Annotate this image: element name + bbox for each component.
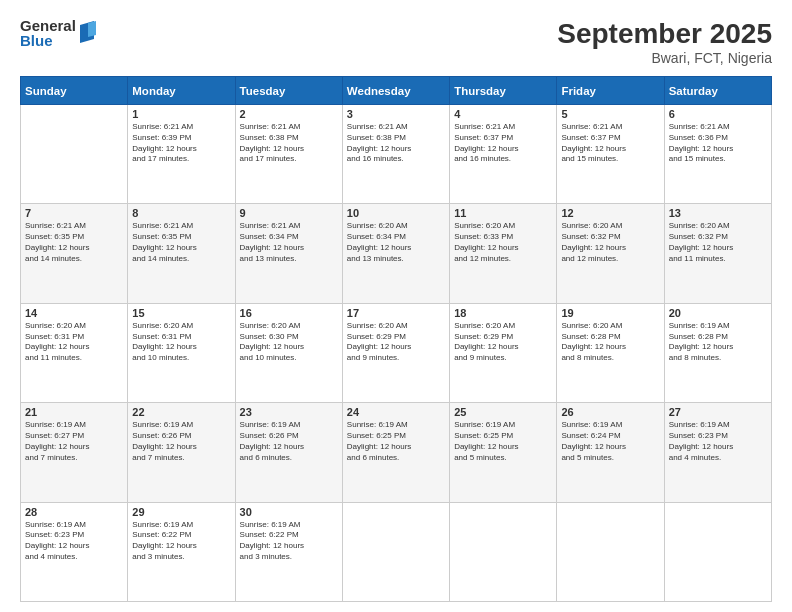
calendar-day-cell: 21Sunrise: 6:19 AM Sunset: 6:27 PM Dayli… — [21, 403, 128, 502]
calendar-week-row: 28Sunrise: 6:19 AM Sunset: 6:23 PM Dayli… — [21, 502, 772, 601]
calendar-day-cell: 5Sunrise: 6:21 AM Sunset: 6:37 PM Daylig… — [557, 105, 664, 204]
col-header-friday: Friday — [557, 77, 664, 105]
col-header-thursday: Thursday — [450, 77, 557, 105]
day-info: Sunrise: 6:21 AM Sunset: 6:34 PM Dayligh… — [240, 221, 338, 264]
logo-blue: Blue — [20, 33, 76, 48]
page: General Blue September 2025 Bwari, FCT, … — [0, 0, 792, 612]
day-number: 2 — [240, 108, 338, 120]
logo-text: General Blue — [20, 18, 76, 48]
calendar-day-cell: 29Sunrise: 6:19 AM Sunset: 6:22 PM Dayli… — [128, 502, 235, 601]
day-info: Sunrise: 6:19 AM Sunset: 6:26 PM Dayligh… — [240, 420, 338, 463]
calendar-day-cell: 12Sunrise: 6:20 AM Sunset: 6:32 PM Dayli… — [557, 204, 664, 303]
calendar-day-cell: 17Sunrise: 6:20 AM Sunset: 6:29 PM Dayli… — [342, 303, 449, 402]
day-info: Sunrise: 6:21 AM Sunset: 6:38 PM Dayligh… — [240, 122, 338, 165]
day-number: 27 — [669, 406, 767, 418]
calendar-day-cell: 14Sunrise: 6:20 AM Sunset: 6:31 PM Dayli… — [21, 303, 128, 402]
day-number: 10 — [347, 207, 445, 219]
day-number: 3 — [347, 108, 445, 120]
calendar-header-row: SundayMondayTuesdayWednesdayThursdayFrid… — [21, 77, 772, 105]
col-header-saturday: Saturday — [664, 77, 771, 105]
day-number: 29 — [132, 506, 230, 518]
empty-cell — [557, 502, 664, 601]
day-number: 25 — [454, 406, 552, 418]
calendar-day-cell: 1Sunrise: 6:21 AM Sunset: 6:39 PM Daylig… — [128, 105, 235, 204]
day-info: Sunrise: 6:19 AM Sunset: 6:25 PM Dayligh… — [454, 420, 552, 463]
day-info: Sunrise: 6:21 AM Sunset: 6:39 PM Dayligh… — [132, 122, 230, 165]
day-number: 11 — [454, 207, 552, 219]
day-number: 1 — [132, 108, 230, 120]
logo-icon — [78, 21, 96, 43]
logo-general: General — [20, 18, 76, 33]
calendar-day-cell: 6Sunrise: 6:21 AM Sunset: 6:36 PM Daylig… — [664, 105, 771, 204]
calendar-day-cell: 2Sunrise: 6:21 AM Sunset: 6:38 PM Daylig… — [235, 105, 342, 204]
day-number: 5 — [561, 108, 659, 120]
calendar-day-cell: 13Sunrise: 6:20 AM Sunset: 6:32 PM Dayli… — [664, 204, 771, 303]
day-number: 12 — [561, 207, 659, 219]
day-number: 30 — [240, 506, 338, 518]
calendar-week-row: 21Sunrise: 6:19 AM Sunset: 6:27 PM Dayli… — [21, 403, 772, 502]
calendar-week-row: 7Sunrise: 6:21 AM Sunset: 6:35 PM Daylig… — [21, 204, 772, 303]
calendar-day-cell: 27Sunrise: 6:19 AM Sunset: 6:23 PM Dayli… — [664, 403, 771, 502]
empty-cell — [342, 502, 449, 601]
empty-cell — [21, 105, 128, 204]
day-number: 17 — [347, 307, 445, 319]
day-number: 16 — [240, 307, 338, 319]
day-number: 4 — [454, 108, 552, 120]
day-info: Sunrise: 6:20 AM Sunset: 6:31 PM Dayligh… — [132, 321, 230, 364]
col-header-tuesday: Tuesday — [235, 77, 342, 105]
day-info: Sunrise: 6:20 AM Sunset: 6:33 PM Dayligh… — [454, 221, 552, 264]
calendar-day-cell: 15Sunrise: 6:20 AM Sunset: 6:31 PM Dayli… — [128, 303, 235, 402]
col-header-wednesday: Wednesday — [342, 77, 449, 105]
day-info: Sunrise: 6:21 AM Sunset: 6:38 PM Dayligh… — [347, 122, 445, 165]
svg-marker-1 — [88, 21, 96, 37]
calendar-week-row: 1Sunrise: 6:21 AM Sunset: 6:39 PM Daylig… — [21, 105, 772, 204]
day-info: Sunrise: 6:20 AM Sunset: 6:30 PM Dayligh… — [240, 321, 338, 364]
day-info: Sunrise: 6:19 AM Sunset: 6:22 PM Dayligh… — [132, 520, 230, 563]
day-number: 18 — [454, 307, 552, 319]
col-header-monday: Monday — [128, 77, 235, 105]
calendar-day-cell: 9Sunrise: 6:21 AM Sunset: 6:34 PM Daylig… — [235, 204, 342, 303]
day-number: 15 — [132, 307, 230, 319]
day-number: 22 — [132, 406, 230, 418]
calendar-day-cell: 22Sunrise: 6:19 AM Sunset: 6:26 PM Dayli… — [128, 403, 235, 502]
calendar-day-cell: 8Sunrise: 6:21 AM Sunset: 6:35 PM Daylig… — [128, 204, 235, 303]
title-block: September 2025 Bwari, FCT, Nigeria — [557, 18, 772, 66]
calendar-week-row: 14Sunrise: 6:20 AM Sunset: 6:31 PM Dayli… — [21, 303, 772, 402]
calendar-day-cell: 3Sunrise: 6:21 AM Sunset: 6:38 PM Daylig… — [342, 105, 449, 204]
calendar-day-cell: 18Sunrise: 6:20 AM Sunset: 6:29 PM Dayli… — [450, 303, 557, 402]
calendar-day-cell: 16Sunrise: 6:20 AM Sunset: 6:30 PM Dayli… — [235, 303, 342, 402]
day-info: Sunrise: 6:21 AM Sunset: 6:35 PM Dayligh… — [132, 221, 230, 264]
day-info: Sunrise: 6:19 AM Sunset: 6:27 PM Dayligh… — [25, 420, 123, 463]
calendar-day-cell: 28Sunrise: 6:19 AM Sunset: 6:23 PM Dayli… — [21, 502, 128, 601]
day-number: 20 — [669, 307, 767, 319]
calendar-day-cell: 23Sunrise: 6:19 AM Sunset: 6:26 PM Dayli… — [235, 403, 342, 502]
day-number: 23 — [240, 406, 338, 418]
logo: General Blue — [20, 18, 96, 48]
day-info: Sunrise: 6:19 AM Sunset: 6:22 PM Dayligh… — [240, 520, 338, 563]
calendar-day-cell: 4Sunrise: 6:21 AM Sunset: 6:37 PM Daylig… — [450, 105, 557, 204]
location: Bwari, FCT, Nigeria — [557, 50, 772, 66]
calendar-day-cell: 20Sunrise: 6:19 AM Sunset: 6:28 PM Dayli… — [664, 303, 771, 402]
calendar-day-cell: 19Sunrise: 6:20 AM Sunset: 6:28 PM Dayli… — [557, 303, 664, 402]
calendar-day-cell: 30Sunrise: 6:19 AM Sunset: 6:22 PM Dayli… — [235, 502, 342, 601]
empty-cell — [450, 502, 557, 601]
day-info: Sunrise: 6:20 AM Sunset: 6:29 PM Dayligh… — [347, 321, 445, 364]
day-info: Sunrise: 6:19 AM Sunset: 6:26 PM Dayligh… — [132, 420, 230, 463]
day-info: Sunrise: 6:20 AM Sunset: 6:32 PM Dayligh… — [669, 221, 767, 264]
day-number: 6 — [669, 108, 767, 120]
day-info: Sunrise: 6:21 AM Sunset: 6:37 PM Dayligh… — [561, 122, 659, 165]
day-number: 7 — [25, 207, 123, 219]
day-info: Sunrise: 6:20 AM Sunset: 6:34 PM Dayligh… — [347, 221, 445, 264]
day-number: 8 — [132, 207, 230, 219]
day-info: Sunrise: 6:19 AM Sunset: 6:25 PM Dayligh… — [347, 420, 445, 463]
empty-cell — [664, 502, 771, 601]
calendar-day-cell: 10Sunrise: 6:20 AM Sunset: 6:34 PM Dayli… — [342, 204, 449, 303]
day-number: 13 — [669, 207, 767, 219]
day-number: 19 — [561, 307, 659, 319]
day-info: Sunrise: 6:21 AM Sunset: 6:35 PM Dayligh… — [25, 221, 123, 264]
calendar-day-cell: 7Sunrise: 6:21 AM Sunset: 6:35 PM Daylig… — [21, 204, 128, 303]
day-number: 26 — [561, 406, 659, 418]
calendar-table: SundayMondayTuesdayWednesdayThursdayFrid… — [20, 76, 772, 602]
day-number: 14 — [25, 307, 123, 319]
col-header-sunday: Sunday — [21, 77, 128, 105]
